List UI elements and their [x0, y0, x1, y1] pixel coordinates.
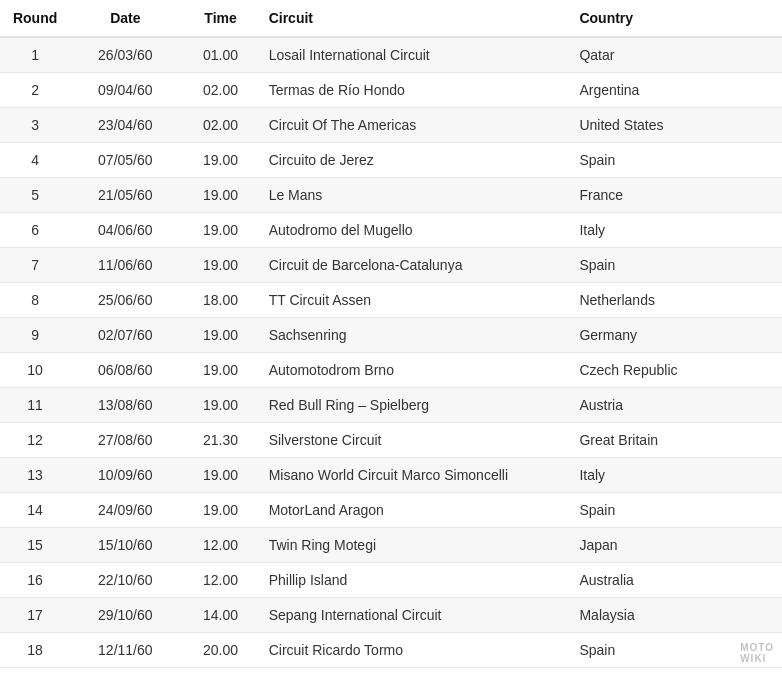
cell-round: 6	[0, 213, 70, 248]
cell-date: 24/09/60	[70, 493, 180, 528]
cell-circuit: Circuit de Barcelona-Catalunya	[261, 248, 572, 283]
cell-time: 02.00	[180, 73, 260, 108]
cell-country: Spain	[571, 143, 782, 178]
cell-date: 22/10/60	[70, 563, 180, 598]
header-circuit: Circuit	[261, 0, 572, 37]
cell-time: 19.00	[180, 213, 260, 248]
watermark-logo: MOTOWIKI	[740, 642, 774, 664]
cell-date: 10/09/60	[70, 458, 180, 493]
header-date: Date	[70, 0, 180, 37]
schedule-table-container: Round Date Time Circuit Country 126/03/6…	[0, 0, 782, 668]
cell-date: 04/06/60	[70, 213, 180, 248]
cell-circuit: Sepang International Circuit	[261, 598, 572, 633]
cell-date: 07/05/60	[70, 143, 180, 178]
table-row: 323/04/6002.00Circuit Of The AmericasUni…	[0, 108, 782, 143]
cell-circuit: Twin Ring Motegi	[261, 528, 572, 563]
cell-date: 27/08/60	[70, 423, 180, 458]
cell-round: 11	[0, 388, 70, 423]
cell-date: 21/05/60	[70, 178, 180, 213]
cell-round: 2	[0, 73, 70, 108]
cell-circuit: Phillip Island	[261, 563, 572, 598]
cell-time: 19.00	[180, 248, 260, 283]
cell-circuit: Le Mans	[261, 178, 572, 213]
cell-round: 16	[0, 563, 70, 598]
cell-date: 23/04/60	[70, 108, 180, 143]
table-row: 407/05/6019.00Circuito de JerezSpain	[0, 143, 782, 178]
cell-round: 4	[0, 143, 70, 178]
cell-circuit: Automotodrom Brno	[261, 353, 572, 388]
cell-time: 19.00	[180, 178, 260, 213]
cell-time: 20.00	[180, 633, 260, 668]
cell-date: 29/10/60	[70, 598, 180, 633]
table-row: 1729/10/6014.00Sepang International Circ…	[0, 598, 782, 633]
cell-date: 09/04/60	[70, 73, 180, 108]
cell-round: 14	[0, 493, 70, 528]
cell-circuit: MotorLand Aragon	[261, 493, 572, 528]
cell-date: 02/07/60	[70, 318, 180, 353]
table-row: 1227/08/6021.30Silverstone CircuitGreat …	[0, 423, 782, 458]
cell-time: 19.00	[180, 143, 260, 178]
schedule-table: Round Date Time Circuit Country 126/03/6…	[0, 0, 782, 668]
cell-country: Netherlands	[571, 283, 782, 318]
cell-time: 19.00	[180, 493, 260, 528]
table-row: 1812/11/6020.00Circuit Ricardo TormoSpai…	[0, 633, 782, 668]
cell-circuit: TT Circuit Assen	[261, 283, 572, 318]
cell-time: 01.00	[180, 37, 260, 73]
cell-round: 13	[0, 458, 70, 493]
cell-time: 19.00	[180, 388, 260, 423]
cell-circuit: Misano World Circuit Marco Simoncelli	[261, 458, 572, 493]
cell-country: Argentina	[571, 73, 782, 108]
cell-country: Spain	[571, 248, 782, 283]
cell-round: 9	[0, 318, 70, 353]
cell-date: 15/10/60	[70, 528, 180, 563]
cell-country: Austria	[571, 388, 782, 423]
cell-time: 12.00	[180, 563, 260, 598]
table-row: 825/06/6018.00TT Circuit AssenNetherland…	[0, 283, 782, 318]
cell-country: France	[571, 178, 782, 213]
cell-time: 18.00	[180, 283, 260, 318]
table-row: 902/07/6019.00SachsenringGermany	[0, 318, 782, 353]
table-row: 209/04/6002.00Termas de Río HondoArgenti…	[0, 73, 782, 108]
table-row: 711/06/6019.00Circuit de Barcelona-Catal…	[0, 248, 782, 283]
cell-date: 11/06/60	[70, 248, 180, 283]
cell-round: 3	[0, 108, 70, 143]
cell-round: 17	[0, 598, 70, 633]
cell-country: United States	[571, 108, 782, 143]
cell-time: 19.00	[180, 458, 260, 493]
cell-time: 12.00	[180, 528, 260, 563]
cell-round: 5	[0, 178, 70, 213]
cell-round: 15	[0, 528, 70, 563]
cell-circuit: Circuito de Jerez	[261, 143, 572, 178]
cell-circuit: Autodromo del Mugello	[261, 213, 572, 248]
cell-round: 12	[0, 423, 70, 458]
table-row: 1006/08/6019.00Automotodrom BrnoCzech Re…	[0, 353, 782, 388]
cell-circuit: Circuit Of The Americas	[261, 108, 572, 143]
cell-time: 14.00	[180, 598, 260, 633]
cell-round: 1	[0, 37, 70, 73]
table-row: 521/05/6019.00Le MansFrance	[0, 178, 782, 213]
cell-country: Australia	[571, 563, 782, 598]
table-row: 126/03/6001.00Losail International Circu…	[0, 37, 782, 73]
cell-date: 26/03/60	[70, 37, 180, 73]
cell-circuit: Sachsenring	[261, 318, 572, 353]
cell-time: 21.30	[180, 423, 260, 458]
cell-country: Italy	[571, 458, 782, 493]
cell-circuit: Silverstone Circuit	[261, 423, 572, 458]
table-header-row: Round Date Time Circuit Country	[0, 0, 782, 37]
cell-country: Italy	[571, 213, 782, 248]
cell-country: Great Britain	[571, 423, 782, 458]
table-row: 604/06/6019.00Autodromo del MugelloItaly	[0, 213, 782, 248]
cell-country: Japan	[571, 528, 782, 563]
cell-country: Spain	[571, 493, 782, 528]
table-body: 126/03/6001.00Losail International Circu…	[0, 37, 782, 668]
cell-date: 25/06/60	[70, 283, 180, 318]
cell-date: 13/08/60	[70, 388, 180, 423]
cell-round: 8	[0, 283, 70, 318]
table-row: 1310/09/6019.00Misano World Circuit Marc…	[0, 458, 782, 493]
cell-circuit: Losail International Circuit	[261, 37, 572, 73]
cell-round: 7	[0, 248, 70, 283]
cell-circuit: Termas de Río Hondo	[261, 73, 572, 108]
cell-time: 02.00	[180, 108, 260, 143]
cell-date: 06/08/60	[70, 353, 180, 388]
cell-country: Malaysia	[571, 598, 782, 633]
